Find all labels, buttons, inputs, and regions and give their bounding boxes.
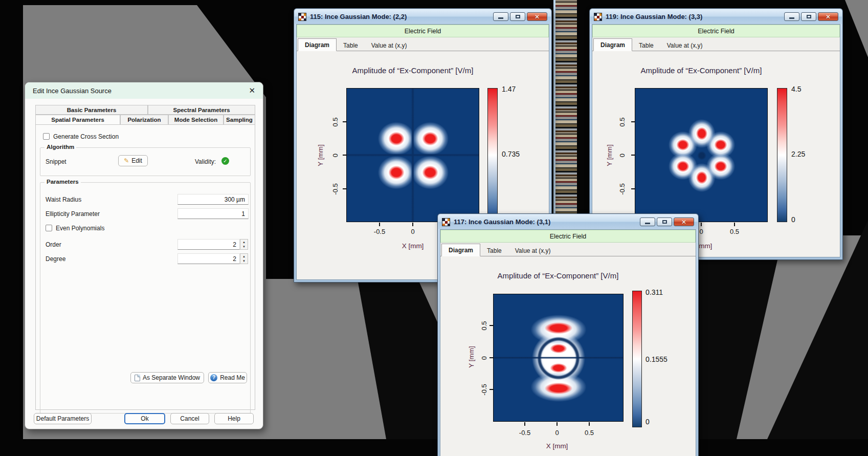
minimize-icon bbox=[645, 223, 650, 224]
close-button[interactable]: ✕ bbox=[674, 218, 694, 226]
heatmap[interactable] bbox=[346, 88, 479, 222]
tab-value-at-xy[interactable]: Value at (x,y) bbox=[365, 39, 414, 51]
plot-tabstrip: Diagram Table Value at (x,y) bbox=[440, 243, 696, 256]
y-tick-label: 0.5 bbox=[480, 316, 488, 336]
x-tick-label: 0.5 bbox=[723, 228, 746, 235]
default-parameters-button[interactable]: Default Parameters bbox=[34, 413, 92, 424]
waist-radius-input[interactable] bbox=[177, 194, 249, 205]
ellipticity-parameter-input[interactable] bbox=[177, 208, 249, 219]
colorbar-mid-label: 2.25 bbox=[791, 150, 805, 158]
close-button[interactable]: ✕ bbox=[818, 12, 838, 21]
order-input[interactable] bbox=[177, 239, 240, 250]
colorbar-max-label: 1.47 bbox=[502, 85, 516, 93]
y-tick-label: 0 bbox=[618, 145, 626, 166]
maximize-icon bbox=[516, 15, 520, 18]
spin-up-icon[interactable]: ▲ bbox=[240, 240, 248, 245]
plot-title: Amplitude of “Ex-Component” [V/m] bbox=[619, 66, 783, 75]
tab-diagram[interactable]: Diagram bbox=[593, 38, 632, 51]
y-tick-label: 0.5 bbox=[331, 112, 339, 133]
x-tick-label: 0 bbox=[546, 429, 568, 437]
tab-table[interactable]: Table bbox=[632, 39, 660, 51]
window-titlebar[interactable]: 115: Ince Gaussian Mode: (2,2) ✕ bbox=[295, 9, 551, 24]
plot-tabstrip: Diagram Table Value at (x,y) bbox=[592, 37, 840, 51]
edit-snippet-button[interactable]: ✎Edit bbox=[118, 155, 148, 166]
tab-polarization[interactable]: Polarization bbox=[120, 115, 168, 125]
tab-value-at-xy[interactable]: Value at (x,y) bbox=[508, 245, 558, 256]
minimize-button[interactable] bbox=[493, 12, 508, 21]
y-axis-label: Y [mm] bbox=[606, 140, 613, 171]
window-titlebar[interactable]: 119: Ince Gaussian Mode: (3,3) ✕ bbox=[590, 9, 842, 24]
help-question-icon: ? bbox=[210, 374, 217, 381]
tab-table[interactable]: Table bbox=[337, 39, 365, 51]
y-tick-label: 0.5 bbox=[618, 112, 626, 133]
tab-mode-selection[interactable]: Mode Selection bbox=[168, 115, 224, 125]
tab-basic-parameters[interactable]: Basic Parameters bbox=[35, 105, 148, 115]
colorbar bbox=[487, 88, 498, 222]
window-titlebar[interactable]: 117: Ince Gaussian Mode: (3,1) ✕ bbox=[438, 214, 698, 229]
window-title: 115: Ince Gaussian Mode: (2,2) bbox=[310, 13, 489, 20]
window-title: 119: Ince Gaussian Mode: (3,3) bbox=[606, 13, 781, 20]
dialog-title: Edit Ince Gaussian Source bbox=[33, 87, 112, 95]
ok-button[interactable]: Ok bbox=[124, 413, 165, 424]
cancel-button[interactable]: Cancel bbox=[170, 413, 209, 424]
maximize-button[interactable] bbox=[510, 12, 525, 21]
document-icon bbox=[135, 375, 140, 381]
y-tick-label: 0 bbox=[480, 348, 488, 368]
edit-ince-gaussian-source-dialog: Edit Ince Gaussian Source ✕ Basic Parame… bbox=[25, 82, 263, 429]
dialog-titlebar[interactable]: Edit Ince Gaussian Source ✕ bbox=[25, 82, 263, 99]
window-title: 117: Ince Gaussian Mode: (3,1) bbox=[454, 218, 636, 226]
help-button[interactable]: Help bbox=[214, 413, 254, 424]
generate-cross-section-checkbox[interactable] bbox=[43, 133, 50, 140]
waist-radius-label: Waist Radius bbox=[46, 196, 81, 203]
degree-spinner[interactable]: ▲ ▼ bbox=[240, 253, 248, 264]
even-polynomials-checkbox[interactable] bbox=[46, 225, 52, 231]
tab-sampling[interactable]: Sampling bbox=[224, 115, 255, 125]
maximize-icon bbox=[662, 220, 667, 224]
minimize-button[interactable] bbox=[784, 12, 799, 21]
colorbar bbox=[777, 88, 787, 222]
maximize-button[interactable] bbox=[801, 12, 816, 21]
field-type-banner: Electric Field bbox=[440, 230, 696, 243]
close-button[interactable]: ✕ bbox=[527, 12, 547, 21]
order-spinner[interactable]: ▲ ▼ bbox=[240, 239, 248, 250]
colorbar-max-label: 0.311 bbox=[646, 288, 663, 296]
dialog-content-panel: Generate Cross Section Algorithm Snippet… bbox=[35, 124, 255, 410]
heatmap[interactable] bbox=[635, 88, 768, 222]
tab-diagram[interactable]: Diagram bbox=[441, 244, 480, 256]
tab-diagram[interactable]: Diagram bbox=[298, 38, 337, 51]
parameters-legend: Parameters bbox=[44, 179, 81, 185]
y-tick-label: 0 bbox=[331, 145, 339, 166]
plot-title: Amplitude of “Ex-Component” [V/m] bbox=[476, 271, 640, 280]
read-me-button[interactable]: ?Read Me bbox=[208, 372, 247, 383]
degree-input[interactable] bbox=[177, 253, 240, 264]
close-icon[interactable]: ✕ bbox=[249, 86, 255, 95]
maximize-button[interactable] bbox=[657, 218, 672, 226]
heatmap[interactable] bbox=[493, 294, 624, 422]
close-icon: ✕ bbox=[535, 13, 540, 20]
spin-down-icon[interactable]: ▼ bbox=[240, 259, 248, 264]
minimize-icon bbox=[498, 17, 503, 19]
colorbar-min-label: 0 bbox=[791, 215, 795, 224]
even-polynomials-row: Even Polynomials bbox=[46, 225, 104, 232]
x-tick-label: -0.5 bbox=[514, 429, 536, 437]
colorbar-max-label: 4.5 bbox=[791, 85, 801, 93]
x-axis-label: X [mm] bbox=[516, 442, 598, 450]
plot-title: Amplitude of “Ex-Component” [V/m] bbox=[331, 66, 495, 75]
tab-value-at-xy[interactable]: Value at (x,y) bbox=[660, 39, 709, 51]
spin-down-icon[interactable]: ▼ bbox=[240, 245, 248, 250]
x-tick-label: 0.5 bbox=[578, 429, 600, 437]
tab-spatial-parameters[interactable]: Spatial Parameters bbox=[35, 115, 120, 125]
tab-table[interactable]: Table bbox=[480, 245, 508, 256]
field-type-banner: Electric Field bbox=[592, 25, 840, 37]
x-tick-label: 0 bbox=[402, 228, 424, 235]
spin-up-icon[interactable]: ▲ bbox=[240, 254, 248, 259]
validity-check-icon: ✓ bbox=[221, 157, 229, 165]
y-tick-label: -0.5 bbox=[331, 179, 339, 200]
y-tick-label: -0.5 bbox=[480, 380, 488, 400]
as-separate-window-button[interactable]: As Separate Window bbox=[130, 372, 204, 383]
y-axis-label: Y [mm] bbox=[317, 140, 324, 171]
minimize-button[interactable] bbox=[640, 218, 655, 226]
tab-spectral-parameters[interactable]: Spectral Parameters bbox=[148, 105, 255, 115]
generate-cross-section-label: Generate Cross Section bbox=[53, 133, 119, 140]
desktop: 115: Ince Gaussian Mode: (2,2) ✕ Electri… bbox=[0, 0, 868, 456]
